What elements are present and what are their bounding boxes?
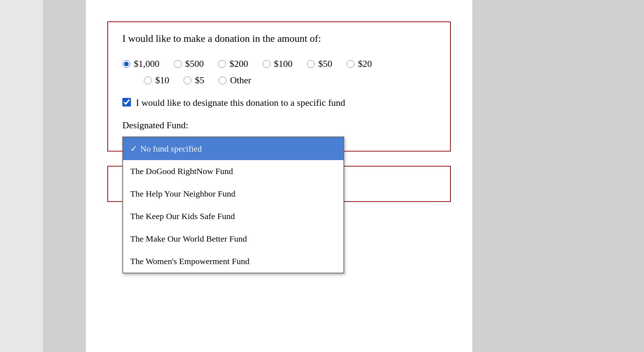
amount-10[interactable]: $10 (144, 75, 169, 86)
amount-20[interactable]: $20 (347, 59, 372, 69)
amount-10-label: $10 (155, 75, 169, 86)
fund-option-dogood[interactable]: The DoGood RightNow Fund (123, 160, 343, 183)
amount-1000-label: $1,000 (134, 59, 160, 69)
amount-100-label: $100 (274, 59, 293, 69)
amount-50-label: $50 (318, 59, 332, 69)
amount-5[interactable]: $5 (184, 75, 204, 86)
fund-option-women-label: The Women's Empowerment Fund (130, 257, 249, 266)
amount-50[interactable]: $50 (307, 59, 332, 69)
page-container: I would like to make a donation in the a… (0, 0, 644, 352)
fund-option-world-label: The Make Our World Better Fund (130, 234, 247, 244)
fund-option-no-fund-label: No fund specified (140, 144, 202, 154)
designate-checkbox-label[interactable]: I would like to designate this donation … (122, 96, 345, 109)
designate-label-text: I would like to designate this donation … (136, 96, 345, 109)
fund-option-neighbor[interactable]: The Help Your Neighbor Fund (123, 183, 343, 205)
donation-section: I would like to make a donation in the a… (107, 21, 451, 152)
fund-option-kids-label: The Keep Our Kids Safe Fund (130, 212, 235, 221)
fund-option-dogood-label: The DoGood RightNow Fund (130, 167, 233, 176)
amount-200[interactable]: $200 (218, 59, 248, 69)
main-content: I would like to make a donation in the a… (86, 0, 472, 352)
amount-500[interactable]: $500 (174, 59, 204, 69)
fund-option-women[interactable]: The Women's Empowerment Fund (123, 250, 343, 273)
amount-5-label: $5 (195, 75, 204, 86)
amount-1000[interactable]: $1,000 (122, 59, 160, 69)
fund-option-neighbor-label: The Help Your Neighbor Fund (130, 189, 235, 199)
amount-20-label: $20 (358, 59, 372, 69)
designate-row: I would like to designate this donation … (122, 96, 436, 109)
left-sidebar (0, 0, 43, 352)
amount-other-label: Other (230, 75, 251, 86)
amount-other[interactable]: Other (219, 75, 251, 86)
right-sidebar (472, 0, 644, 352)
fund-option-kids[interactable]: The Keep Our Kids Safe Fund (123, 205, 343, 228)
designate-checkbox[interactable] (122, 98, 131, 106)
amount-500-label: $500 (185, 59, 204, 69)
checkmark-icon: ✓ (130, 144, 137, 154)
donation-title: I would like to make a donation in the a… (122, 33, 436, 44)
designated-fund-label: Designated Fund: (122, 120, 436, 131)
amount-100[interactable]: $100 (263, 59, 293, 69)
fund-dropdown[interactable]: ✓ No fund specified The DoGood RightNow … (122, 137, 344, 273)
fund-option-world[interactable]: The Make Our World Better Fund (123, 228, 343, 250)
amount-row-2: $10 $5 Other (122, 75, 436, 86)
fund-option-no-fund[interactable]: ✓ No fund specified (123, 137, 343, 160)
amount-row-1: $1,000 $500 $200 $100 $50 (122, 59, 436, 69)
amount-200-label: $200 (230, 59, 248, 69)
